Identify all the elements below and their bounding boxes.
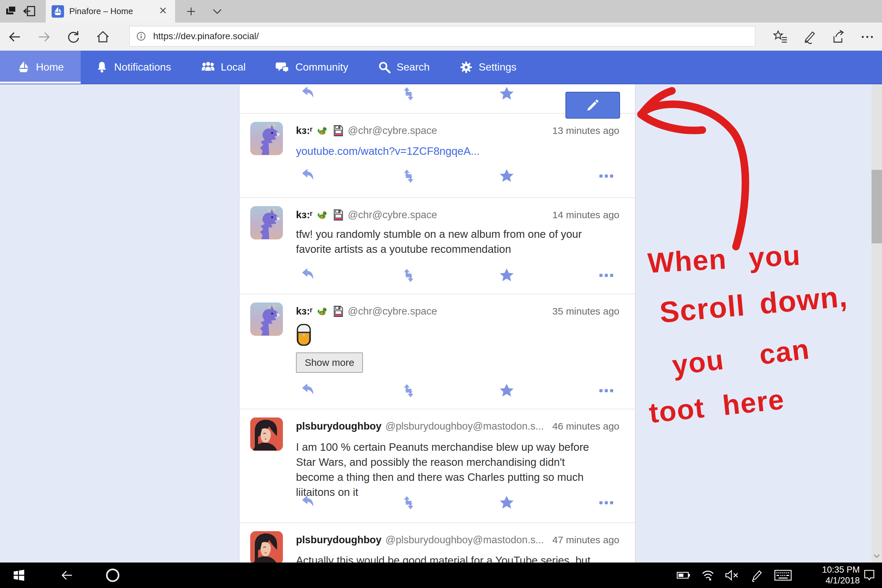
site-info-icon[interactable] — [136, 32, 146, 41]
battery-button[interactable] — [674, 562, 694, 588]
avatar[interactable] — [250, 206, 283, 240]
refresh-button[interactable] — [64, 28, 82, 45]
floppy-disk-emoji — [332, 305, 344, 317]
nav-item-settings[interactable]: Settings — [445, 51, 531, 84]
display-name[interactable]: kз:ʳ — [296, 305, 313, 317]
show-tab-previews-button[interactable] — [209, 4, 225, 19]
cortana-button[interactable] — [101, 562, 124, 588]
user-handle[interactable]: @plsburydoughboy@mastodon.s... — [386, 420, 544, 432]
favorite-icon[interactable] — [499, 495, 514, 510]
url-field[interactable]: https://dev.pinafore.social/ — [129, 26, 755, 46]
taskbar-clock[interactable]: 10:35 PM 4/1/2018 — [802, 564, 860, 586]
favorite-icon[interactable] — [499, 86, 514, 101]
user-handle[interactable]: @plsburydoughboy@mastodon.s... — [386, 534, 544, 546]
pen-button[interactable] — [746, 562, 766, 588]
timestamp[interactable]: 14 minutes ago — [552, 209, 620, 220]
reply-icon[interactable] — [300, 268, 315, 283]
reply-icon[interactable] — [300, 168, 315, 184]
timestamp[interactable]: 35 minutes ago — [552, 306, 620, 317]
plus-icon — [186, 7, 196, 16]
web-note-button[interactable] — [801, 28, 819, 45]
tab-preview-button[interactable] — [2, 3, 20, 20]
more-options-icon[interactable] — [599, 383, 614, 398]
toot: kз:ʳ @chr@cybre.space 14 minutes ago tfw… — [240, 198, 635, 294]
timestamp[interactable]: 47 minutes ago — [552, 534, 620, 546]
set-aside-tabs-button[interactable] — [21, 3, 39, 20]
more-options-icon[interactable] — [599, 268, 614, 283]
chat-bubbles-icon — [276, 60, 290, 74]
back-button[interactable] — [6, 28, 24, 45]
share-button[interactable] — [830, 28, 848, 45]
web-note-icon — [802, 30, 817, 44]
volume-muted-button[interactable] — [722, 562, 742, 588]
user-handle[interactable]: @chr@cybre.space — [348, 209, 437, 221]
action-center-button[interactable] — [859, 562, 879, 588]
timestamp[interactable]: 46 minutes ago — [552, 421, 620, 432]
back-icon — [8, 30, 21, 44]
more-options-button[interactable] — [858, 28, 876, 45]
display-name[interactable]: plsburydoughboy — [296, 420, 381, 432]
user-handle[interactable]: @chr@cybre.space — [348, 125, 437, 136]
reply-icon[interactable] — [300, 495, 315, 510]
close-tab-icon[interactable] — [157, 5, 169, 18]
boost-icon[interactable] — [401, 268, 416, 283]
scrollbar-thumb[interactable] — [872, 170, 882, 243]
favorites-hub-button[interactable] — [772, 28, 789, 45]
wifi-button[interactable] — [698, 562, 718, 588]
boost-icon[interactable] — [401, 383, 416, 398]
toot-header: plsburydoughboy @plsburydoughboy@mastodo… — [296, 534, 620, 546]
forward-button[interactable] — [35, 28, 53, 45]
home-button[interactable] — [94, 28, 112, 45]
new-tab-button[interactable] — [183, 4, 199, 19]
scrollbar[interactable] — [872, 84, 882, 562]
windows-logo-icon — [13, 569, 25, 582]
boost-icon[interactable] — [401, 86, 416, 101]
home-icon — [96, 30, 110, 44]
display-name[interactable]: kз:ʳ — [296, 125, 313, 136]
set-aside-tabs-icon — [23, 4, 36, 18]
boost-icon[interactable] — [401, 168, 416, 184]
search-icon — [378, 61, 391, 74]
toot: kз:ʳ @chr@cybre.space 35 minutes ago Sho… — [240, 294, 635, 409]
taskbar: 10:35 PM 4/1/2018 — [0, 562, 882, 588]
timestamp[interactable]: 13 minutes ago — [552, 125, 620, 136]
nav-item-local[interactable]: Local — [186, 51, 261, 84]
avatar[interactable] — [250, 417, 283, 451]
more-options-icon[interactable] — [599, 168, 614, 184]
clock-time: 10:35 PM — [802, 564, 860, 575]
scrollbar-down-icon[interactable] — [872, 551, 882, 561]
pen-icon — [749, 568, 763, 582]
avatar[interactable] — [250, 303, 283, 336]
dragon-emoji — [316, 125, 328, 136]
nav-item-community[interactable]: Community — [261, 51, 363, 84]
boost-icon[interactable] — [401, 495, 416, 510]
chevron-down-icon — [212, 9, 222, 14]
more-options-icon[interactable] — [599, 495, 614, 510]
user-handle[interactable]: @chr@cybre.space — [348, 305, 437, 317]
avatar[interactable] — [250, 122, 283, 155]
display-name[interactable]: plsburydoughboy — [296, 534, 381, 546]
annotation-text: When you — [647, 239, 801, 279]
annotation-text: Scroll down, — [658, 280, 849, 330]
pinafore-nav: Home Notifications Local Community Searc… — [0, 51, 882, 84]
nav-item-notifications[interactable]: Notifications — [81, 51, 186, 84]
toot-link[interactable]: youtube.com/watch?v=1ZCF8ngqeA... — [296, 145, 604, 158]
favorite-icon[interactable] — [499, 168, 514, 184]
favorite-icon[interactable] — [499, 268, 514, 283]
tab-preview-icon — [4, 4, 17, 18]
reply-icon[interactable] — [300, 86, 315, 101]
touch-keyboard-button[interactable] — [771, 562, 795, 588]
nav-item-search[interactable]: Search — [363, 51, 445, 84]
display-name[interactable]: kз:ʳ — [296, 209, 313, 221]
nav-item-home[interactable]: Home — [0, 51, 81, 84]
compose-toot-button[interactable] — [566, 92, 620, 118]
browser-tab[interactable]: Pinafore – Home — [46, 0, 175, 22]
favorite-icon[interactable] — [499, 383, 514, 398]
avatar[interactable] — [250, 531, 283, 562]
start-button[interactable] — [9, 562, 29, 588]
wifi-icon — [701, 569, 715, 582]
toot-header: kз:ʳ @chr@cybre.space 35 minutes ago — [296, 305, 620, 317]
reply-icon[interactable] — [300, 383, 315, 398]
show-more-button[interactable]: Show more — [296, 352, 363, 373]
taskbar-back-button[interactable] — [56, 562, 78, 588]
